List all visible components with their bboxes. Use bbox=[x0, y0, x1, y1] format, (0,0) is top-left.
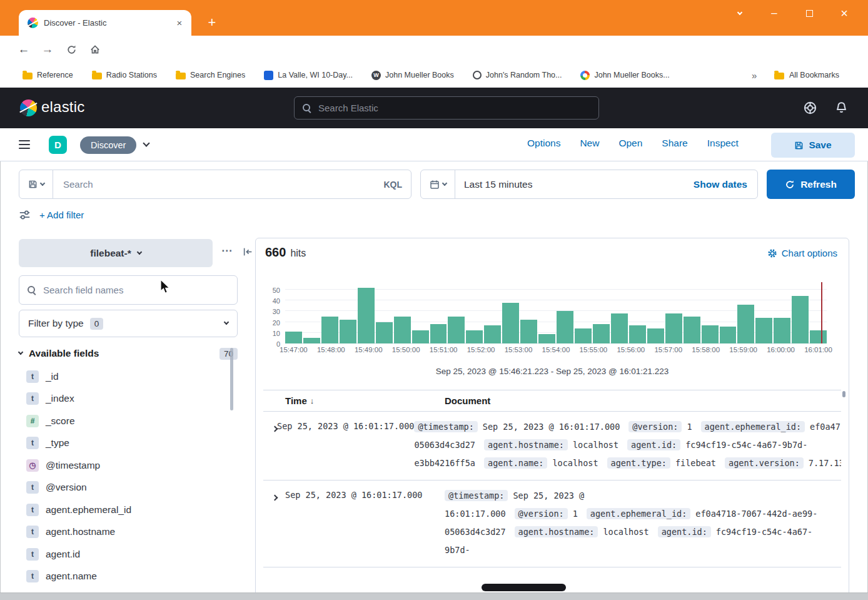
histogram-bar[interactable] bbox=[376, 322, 393, 343]
field-value[interactable]: localhost bbox=[603, 527, 648, 537]
titlebar-chevron-icon[interactable] bbox=[729, 5, 750, 21]
sidebar-field-item[interactable]: t@version bbox=[19, 477, 230, 499]
help-icon[interactable] bbox=[803, 101, 818, 116]
histogram-bar[interactable] bbox=[358, 288, 375, 343]
tab-close-icon[interactable]: × bbox=[174, 18, 185, 29]
sidebar-field-item[interactable]: t_id bbox=[19, 365, 230, 388]
collapse-sidebar-icon[interactable] bbox=[243, 247, 253, 257]
time-column-header[interactable]: Time ↓ bbox=[285, 395, 445, 406]
bookmark-item[interactable]: Search Engines bbox=[176, 71, 245, 79]
time-range-value[interactable]: Last 15 minutes bbox=[455, 179, 694, 190]
histogram-bar[interactable] bbox=[810, 330, 827, 343]
histogram-bar[interactable] bbox=[340, 320, 356, 343]
field-key-chip[interactable]: @version: bbox=[515, 508, 568, 519]
histogram-bar[interactable] bbox=[684, 317, 700, 343]
window-maximize-button[interactable] bbox=[799, 5, 820, 21]
add-filter-button[interactable]: + Add filter bbox=[39, 210, 84, 220]
field-value[interactable]: filebeat bbox=[675, 458, 716, 468]
available-fields-header[interactable]: Available fields 70 bbox=[19, 344, 238, 363]
field-value[interactable]: localhost bbox=[573, 440, 618, 450]
histogram-bar[interactable] bbox=[285, 332, 302, 343]
field-key-chip[interactable]: @timestamp: bbox=[445, 490, 508, 501]
histogram-bar[interactable] bbox=[629, 325, 646, 343]
calendar-menu-button[interactable] bbox=[421, 170, 455, 198]
refresh-button[interactable]: Refresh bbox=[767, 170, 855, 199]
field-key-chip[interactable]: agent.name: bbox=[484, 457, 547, 469]
sidebar-field-item[interactable]: tagent.id bbox=[19, 543, 230, 566]
toolbar-link-open[interactable]: Open bbox=[618, 138, 642, 149]
field-key-chip[interactable]: agent.hostname: bbox=[515, 526, 598, 537]
histogram-bar[interactable] bbox=[557, 311, 573, 343]
sidebar-field-item[interactable]: #_score bbox=[19, 410, 230, 432]
breadcrumb-discover[interactable]: Discover bbox=[80, 136, 136, 154]
query-language-badge[interactable]: KQL bbox=[383, 180, 402, 190]
sidebar-field-item[interactable]: tagent.hostname bbox=[19, 521, 230, 544]
forward-icon[interactable]: → bbox=[39, 41, 56, 58]
histogram-bar[interactable] bbox=[448, 317, 465, 343]
sidebar-scrollbar[interactable] bbox=[230, 348, 233, 410]
histogram-bar[interactable] bbox=[321, 317, 338, 343]
histogram-bar[interactable] bbox=[774, 318, 790, 343]
chart-options-button[interactable]: Chart options bbox=[767, 248, 837, 258]
elastic-logo-icon[interactable] bbox=[20, 99, 37, 116]
all-bookmarks-button[interactable]: All Bookmarks bbox=[774, 71, 839, 79]
field-value[interactable]: 7.17.13 bbox=[809, 458, 841, 468]
breadcrumb-chevron-down-icon[interactable] bbox=[143, 140, 149, 146]
field-value[interactable]: Sep 25, 2023 @ 16:01:17.000 bbox=[483, 422, 620, 432]
sidebar-field-item[interactable]: ◷@timestamp bbox=[19, 454, 230, 477]
histogram-bar[interactable] bbox=[520, 320, 537, 343]
toolbar-link-share[interactable]: Share bbox=[662, 138, 687, 149]
query-input-wrapper[interactable]: KQL bbox=[53, 170, 411, 199]
filter-sliders-icon[interactable] bbox=[19, 209, 31, 221]
histogram-bar[interactable] bbox=[792, 296, 809, 343]
field-key-chip[interactable]: agent.ephemeral_id: bbox=[587, 508, 690, 519]
show-dates-button[interactable]: Show dates bbox=[694, 179, 757, 190]
reload-icon[interactable] bbox=[63, 41, 80, 58]
sidebar-field-item[interactable]: tagent.ephemeral_id bbox=[19, 499, 230, 521]
histogram-bar[interactable] bbox=[394, 317, 411, 343]
field-key-chip[interactable]: agent.id: bbox=[658, 526, 711, 537]
global-search-input[interactable] bbox=[317, 102, 591, 114]
histogram-bar[interactable] bbox=[303, 338, 320, 343]
histogram-bar[interactable] bbox=[538, 334, 555, 343]
field-key-chip[interactable]: agent.ephemeral_id: bbox=[701, 421, 805, 432]
table-scrollbar-thumb[interactable] bbox=[842, 391, 845, 397]
field-key-chip[interactable]: @timestamp: bbox=[414, 421, 477, 432]
alerts-icon[interactable] bbox=[834, 101, 849, 116]
global-search[interactable] bbox=[294, 96, 599, 119]
bookmark-item[interactable]: John Mueller Books... bbox=[580, 71, 669, 80]
field-key-chip[interactable]: @version: bbox=[628, 421, 682, 432]
histogram-bar[interactable] bbox=[720, 327, 737, 344]
field-key-chip[interactable]: agent.version: bbox=[725, 457, 804, 469]
histogram-bar[interactable] bbox=[737, 305, 754, 343]
toolbar-link-options[interactable]: Options bbox=[527, 138, 560, 149]
field-list-options-icon[interactable]: ⋯ bbox=[221, 244, 233, 257]
field-value[interactable]: 1 bbox=[687, 422, 692, 432]
home-icon[interactable] bbox=[86, 41, 104, 58]
expand-row-button[interactable] bbox=[263, 487, 285, 559]
sidebar-field-item[interactable]: tagent.name bbox=[19, 566, 230, 588]
save-button[interactable]: Save bbox=[771, 133, 855, 158]
histogram-bar[interactable] bbox=[611, 313, 628, 343]
window-minimize-button[interactable]: – bbox=[764, 5, 785, 21]
field-value[interactable]: 1 bbox=[573, 509, 578, 519]
histogram-bar[interactable] bbox=[430, 324, 447, 343]
sidebar-field-item[interactable]: t_index bbox=[19, 388, 230, 410]
bookmark-item[interactable]: Reference bbox=[23, 71, 73, 79]
query-input[interactable] bbox=[62, 178, 383, 190]
field-key-chip[interactable]: agent.id: bbox=[627, 439, 680, 450]
histogram-bar[interactable] bbox=[466, 330, 483, 343]
data-view-selector[interactable]: filebeat-* bbox=[19, 239, 213, 267]
histogram-bar[interactable] bbox=[647, 328, 664, 343]
back-icon[interactable]: ← bbox=[15, 41, 33, 58]
histogram-bar[interactable] bbox=[412, 330, 429, 343]
field-value[interactable]: localhost bbox=[552, 458, 598, 468]
histogram-bar[interactable] bbox=[575, 328, 592, 343]
histogram-bar[interactable] bbox=[665, 313, 682, 343]
toolbar-link-new[interactable]: New bbox=[580, 138, 599, 149]
expand-row-button[interactable] bbox=[263, 418, 277, 472]
field-key-chip[interactable]: agent.type: bbox=[607, 457, 670, 469]
field-search-input[interactable] bbox=[42, 284, 230, 296]
new-tab-button[interactable]: + bbox=[203, 14, 221, 32]
histogram-bar[interactable] bbox=[502, 303, 519, 343]
